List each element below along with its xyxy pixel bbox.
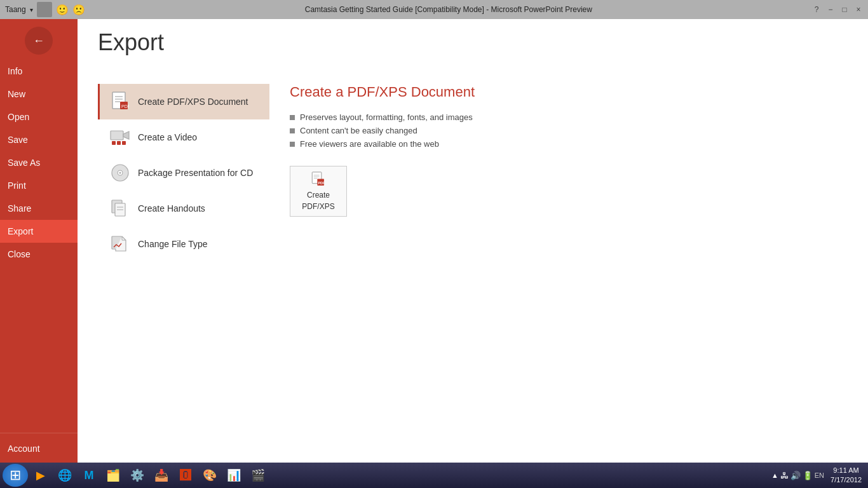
svg-rect-6: [111, 131, 123, 140]
paint-icon: 🎨: [203, 468, 217, 482]
sidebar-item-save-as[interactable]: Save As: [0, 151, 78, 174]
bullet-icon-2: [290, 128, 295, 133]
svg-text:PDF: PDF: [121, 104, 129, 109]
ppt-icon: 📊: [227, 468, 241, 482]
file-type-option-icon: [110, 234, 130, 254]
close-button[interactable]: ×: [854, 5, 863, 14]
sidebar-item-info[interactable]: Info: [0, 60, 78, 83]
emoji-sad: 🙁: [72, 4, 85, 16]
volume-icon: 🔊: [790, 471, 801, 480]
sidebar-item-save[interactable]: Save: [0, 128, 78, 151]
battery-icon: 🔋: [803, 471, 813, 480]
sidebar-item-account[interactable]: Account: [0, 437, 78, 460]
app-body: ← Info New Open Save Save As Print Share: [0, 19, 868, 488]
detail-title: Create a PDF/XPS Document: [290, 84, 827, 100]
minimize-button[interactable]: −: [826, 5, 835, 14]
sidebar: ← Info New Open Save Save As Print Share: [0, 19, 78, 488]
export-detail: Create a PDF/XPS Document Preserves layo…: [269, 84, 848, 473]
svg-text:PDF: PDF: [318, 181, 325, 185]
m-icon: M: [85, 469, 94, 482]
sidebar-item-share[interactable]: Share: [0, 197, 78, 220]
video-option-icon: [110, 127, 130, 147]
export-option-label-cd: Package Presentation for CD: [138, 168, 253, 178]
keyboard-icon: EN: [815, 471, 824, 479]
export-option-label-video: Create a Video: [138, 132, 197, 142]
taskbar-app-ppt[interactable]: 📊: [222, 464, 245, 486]
export-option-create-handouts[interactable]: Create Handouts: [98, 191, 269, 226]
taskbar-date-display: 7/17/2012: [831, 475, 862, 485]
sidebar-item-export[interactable]: Export: [0, 220, 78, 243]
export-option-create-pdf[interactable]: PDF Create PDF/XPS Document: [98, 84, 269, 119]
sidebar-item-open[interactable]: Open: [0, 105, 78, 128]
camtasia-icon: 🎬: [251, 468, 265, 482]
svg-rect-10: [122, 141, 126, 145]
help-button[interactable]: ?: [812, 5, 821, 14]
start-icon: ⊞: [10, 467, 21, 484]
sidebar-item-close[interactable]: Close: [0, 243, 78, 266]
bullet-icon-1: [290, 115, 295, 120]
taskbar-app-explorer[interactable]: 🗂️: [102, 464, 125, 486]
taskbar-app-download[interactable]: 📥: [150, 464, 173, 486]
tray-expand-icon[interactable]: ▲: [771, 471, 778, 479]
main-content: Export PDF Cre: [78, 19, 868, 488]
svg-rect-9: [117, 141, 121, 145]
user-area: Taang ▾ 🙂 🙁: [5, 2, 85, 17]
bullet-item-1: Preserves layout, formatting, fonts, and…: [290, 111, 827, 124]
export-option-label-handouts: Create Handouts: [138, 203, 205, 214]
avatar: [37, 2, 52, 17]
sidebar-nav: Info New Open Save Save As Print Share E…: [0, 60, 78, 266]
sidebar-item-new[interactable]: New: [0, 83, 78, 105]
network-icon: 🖧: [780, 471, 789, 480]
export-option-label-pdf: Create PDF/XPS Document: [138, 97, 248, 107]
taskbar-app-camtasia[interactable]: 🎬: [247, 464, 269, 486]
window-title: Camtasia Getting Started Guide [Compatib…: [85, 5, 812, 14]
window-controls: ? − □ ×: [812, 5, 863, 14]
handouts-option-icon: [110, 198, 130, 219]
export-options-list: PDF Create PDF/XPS Document: [98, 84, 269, 473]
taskbar-app-m[interactable]: M: [78, 464, 100, 486]
bullet-icon-3: [290, 142, 295, 147]
detail-bullets: Preserves layout, formatting, fonts, and…: [290, 111, 827, 151]
back-button[interactable]: ←: [25, 27, 53, 55]
export-option-change-file-type[interactable]: Change File Type: [98, 226, 269, 262]
taskbar-app-office[interactable]: 🅾: [174, 464, 197, 486]
svg-marker-7: [123, 132, 129, 139]
username-label: Taang: [5, 5, 26, 14]
media-icon: ▶: [36, 468, 45, 482]
taskbar-right: ▲ 🖧 🔊 🔋 EN 9:11 AM 7/17/2012: [771, 466, 865, 485]
taskbar-app-tools[interactable]: ⚙️: [126, 464, 149, 486]
sidebar-item-print[interactable]: Print: [0, 174, 78, 197]
office-icon: 🅾: [180, 469, 191, 482]
export-option-create-video[interactable]: Create a Video: [98, 119, 269, 155]
export-option-package-cd[interactable]: Package Presentation for CD: [98, 155, 269, 191]
tools-icon: ⚙️: [130, 468, 144, 482]
sidebar-divider: [0, 433, 78, 433]
download-icon: 📥: [154, 468, 168, 482]
title-bar: Taang ▾ 🙂 🙁 Camtasia Getting Started Gui…: [0, 0, 868, 19]
taskbar-app-ie[interactable]: 🌐: [53, 464, 76, 486]
taskbar-clock: 9:11 AM 7/17/2012: [827, 466, 865, 485]
export-option-label-file-type: Change File Type: [138, 239, 207, 249]
page-title: Export: [78, 19, 868, 56]
action-btn-container: PDF Create PDF/XPS: [290, 166, 827, 217]
bullet-item-2: Content can't be easily changed: [290, 124, 827, 137]
maximize-button[interactable]: □: [840, 5, 849, 14]
cd-option-icon: [110, 163, 130, 183]
export-area: PDF Create PDF/XPS Document: [78, 69, 868, 488]
start-button[interactable]: ⊞: [3, 464, 28, 487]
ie-icon: 🌐: [58, 468, 72, 482]
bullet-item-3: Free viewers are available on the web: [290, 137, 827, 151]
svg-rect-8: [112, 141, 116, 145]
emoji-happy: 🙂: [56, 4, 69, 16]
taskbar-system-icons: ▲ 🖧 🔊 🔋 EN: [771, 471, 824, 480]
back-icon: ←: [33, 34, 44, 48]
action-btn-line2: PDF/XPS: [302, 202, 334, 211]
create-pdf-xps-button[interactable]: PDF Create PDF/XPS: [290, 166, 347, 217]
pdf-option-icon: PDF: [110, 92, 130, 112]
taskbar-app-paint[interactable]: 🎨: [198, 464, 221, 486]
svg-point-13: [119, 172, 121, 174]
taskbar-app-media[interactable]: ▶: [29, 464, 52, 486]
taskbar-time-display: 9:11 AM: [831, 466, 862, 475]
action-btn-line1: Create: [307, 191, 330, 200]
user-dropdown-icon[interactable]: ▾: [30, 6, 33, 13]
